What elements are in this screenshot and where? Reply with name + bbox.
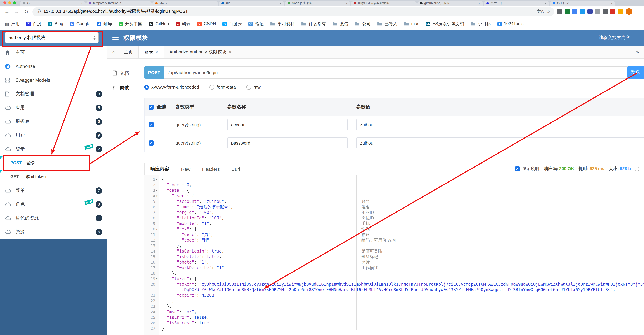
content-type-radio[interactable]: form-data	[210, 84, 236, 90]
extension-icon[interactable]	[618, 9, 623, 14]
url-text[interactable]: 127.0.0.1:8760/api/gate/doc.html#/author…	[44, 9, 534, 14]
bookmark-item[interactable]: 公司	[355, 21, 371, 27]
close-tab-icon[interactable]: ×	[229, 50, 231, 54]
bookmark-item[interactable]: 已导入	[377, 21, 397, 27]
response-tab[interactable]: Headers	[196, 164, 226, 174]
tab-close-icon[interactable]: ×	[166, 2, 167, 5]
bookmark-item[interactable]: CCSDN	[197, 22, 216, 26]
extension-icon[interactable]	[602, 9, 608, 14]
bookmark-item[interactable]: ▦应用	[5, 21, 20, 27]
collapse-tabs-icon[interactable]: «	[109, 46, 118, 58]
bookmark-item[interactable]: 百百度	[26, 21, 42, 27]
forward-icon[interactable]: →	[13, 9, 20, 14]
sidebar-item[interactable]: 文档管理3	[0, 87, 107, 101]
param-name-input[interactable]	[227, 137, 348, 148]
bookmark-item[interactable]: 云百度云	[222, 21, 242, 27]
fold-icon[interactable]: ▾	[155, 228, 158, 231]
fold-icon[interactable]: ▾	[155, 189, 158, 192]
browser-tab[interactable]: Node.js 安装配…×	[285, 1, 350, 6]
tab-close-icon[interactable]: ×	[611, 2, 612, 5]
browser-tab[interactable]: 稀土掘金×	[550, 1, 615, 6]
bookmark-item[interactable]: 学习资料	[270, 21, 295, 27]
bookmark-item[interactable]: GGoogle	[70, 22, 90, 26]
fold-icon[interactable]: ▾	[155, 277, 158, 280]
extension-icon[interactable]	[557, 9, 562, 14]
sidebar-item[interactable]: 服务表6	[0, 114, 107, 128]
tab-close-icon[interactable]: ×	[280, 2, 282, 5]
module-select[interactable]: authority-权限模块	[5, 32, 99, 43]
tab-close-icon[interactable]: ×	[147, 2, 149, 5]
page-info-icon[interactable]: ⓘ	[36, 9, 41, 14]
sidebar-item[interactable]: 角色NEW8	[0, 197, 107, 211]
tab-doc[interactable]: 文档	[107, 66, 139, 81]
param-name-input[interactable]	[227, 119, 348, 130]
extension-icon[interactable]	[580, 9, 585, 14]
tab-close-icon[interactable]: ×	[544, 2, 546, 5]
response-tab[interactable]: 响应内容	[144, 163, 175, 175]
sidebar-item[interactable]: 资源6	[0, 225, 107, 239]
header-search-input[interactable]: 请输入搜索内容	[599, 34, 630, 41]
maximize-window-icon[interactable]	[13, 2, 16, 4]
sidebar-item[interactable]: 角色的资源1	[0, 211, 107, 225]
close-tab-icon[interactable]: ×	[156, 50, 158, 54]
fold-icon[interactable]: ▾	[155, 194, 158, 198]
extension-icon[interactable]	[610, 9, 615, 14]
tab-close-icon[interactable]: ×	[346, 2, 348, 5]
extension-icon[interactable]	[595, 9, 600, 14]
browser-tab[interactable]: github push失败的…×	[418, 1, 483, 6]
bookmark-item[interactable]: 记笔记	[248, 21, 264, 27]
bookmark-item[interactable]: mac	[404, 22, 419, 26]
expand-tabs-icon[interactable]: »	[633, 46, 642, 58]
param-value-input[interactable]	[356, 119, 644, 130]
browser-tab[interactable]: 知乎×	[219, 1, 284, 6]
sidebar-api-post-登录[interactable]: POST登录	[0, 156, 107, 170]
extension-icon[interactable]	[572, 9, 578, 14]
response-tab[interactable]: Raw	[175, 164, 196, 174]
back-icon[interactable]: ←	[4, 9, 10, 14]
bookmark-item[interactable]: ESES搜索引擎文档	[426, 21, 464, 27]
tab-close-icon[interactable]: ×	[81, 2, 83, 5]
bookmark-item[interactable]: 译翻译	[97, 21, 112, 27]
fullscreen-icon[interactable]	[635, 166, 639, 171]
response-body-editor[interactable]: 1▾23▾4▾5678910▾111213141516171819▾202122…	[144, 175, 644, 335]
bookmark-item[interactable]: C开源中国	[118, 21, 142, 27]
menu-toggle-icon[interactable]	[112, 36, 119, 40]
content-type-radio[interactable]: raw	[246, 84, 260, 90]
extension-icon[interactable]	[588, 9, 592, 14]
tab-debug[interactable]: 调试	[107, 81, 139, 95]
response-tab[interactable]: Curl	[226, 164, 246, 174]
translate-icon[interactable]: 文A	[537, 9, 544, 14]
content-type-radio[interactable]: x-www-form-urlencoded	[144, 84, 199, 90]
sidebar-item[interactable]: Swagger Models	[0, 73, 107, 87]
sidebar-api-get-验证token[interactable]: GET验证token	[0, 170, 107, 184]
omnibox[interactable]: ⓘ 127.0.0.1:8760/api/gate/doc.html#/auth…	[32, 7, 554, 16]
select-all-checkbox[interactable]: ✓	[149, 104, 154, 110]
bookmark-item[interactable]: 小目标	[471, 21, 491, 27]
bookmark-item[interactable]: G码云	[176, 21, 190, 27]
show-description-checkbox[interactable]: ✓	[515, 166, 520, 171]
request-url-input[interactable]: /api/authority/anno/login	[164, 66, 636, 79]
tab-close-icon[interactable]: ×	[478, 2, 480, 5]
fold-icon[interactable]: ▾	[155, 178, 158, 181]
param-value-input[interactable]	[356, 137, 644, 148]
reload-icon[interactable]: ↻	[23, 8, 30, 15]
profile-avatar[interactable]	[626, 8, 632, 15]
minimize-window-icon[interactable]	[8, 2, 11, 4]
window-controls[interactable]	[4, 2, 16, 4]
browser-tab[interactable]: Map×	[152, 1, 218, 6]
close-window-icon[interactable]	[4, 2, 6, 4]
bookmark-star-icon[interactable]: ☆	[546, 9, 550, 14]
browser-tab[interactable]: 百度一下×	[484, 1, 549, 6]
browser-tab[interactable]: 新…×	[20, 1, 86, 6]
sidebar-item[interactable]: 主页	[0, 46, 107, 59]
browser-tab[interactable]: temporary-Interior 或…×	[86, 1, 152, 6]
sidebar-item[interactable]: 用户9	[0, 128, 107, 142]
tab-close-icon[interactable]: ×	[412, 2, 414, 5]
sidebar-item[interactable]: 登录NEW2	[0, 142, 107, 156]
browser-tab[interactable]: 国家统计局参与配置指…×	[351, 1, 417, 6]
row-checkbox[interactable]: ✓	[149, 140, 154, 146]
content-tab[interactable]: Authorize-authority-权限模块×	[164, 46, 237, 58]
extension-icon[interactable]	[565, 9, 570, 14]
bookmark-item[interactable]: bBing	[48, 22, 63, 26]
send-button[interactable]: 发送	[628, 66, 644, 79]
